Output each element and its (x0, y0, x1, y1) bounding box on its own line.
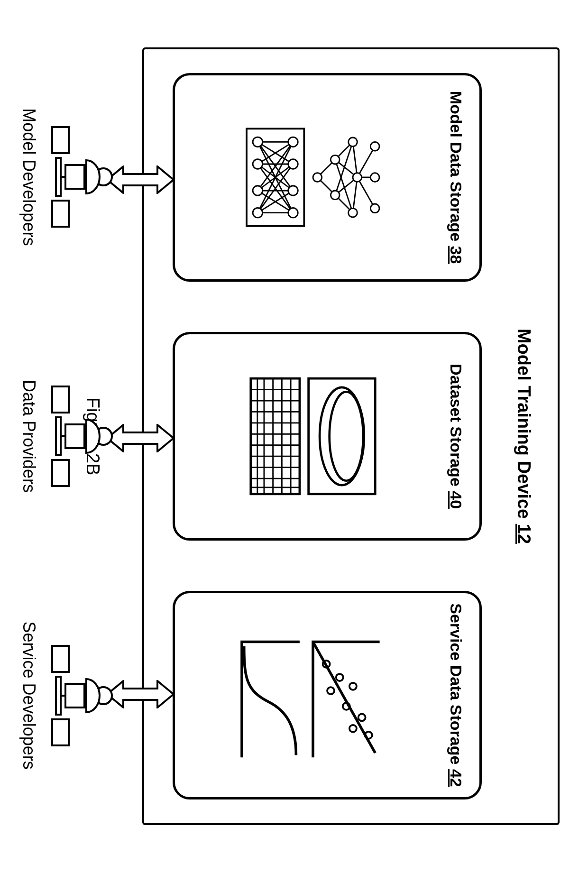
svg-rect-94 (52, 646, 69, 672)
svg-rect-83 (52, 201, 69, 227)
data-providers-actor: Data Providers (19, 341, 114, 531)
svg-point-14 (371, 173, 380, 182)
svg-point-41 (288, 186, 298, 196)
svg-line-3 (353, 142, 358, 177)
svg-point-19 (331, 155, 340, 164)
svg-point-72 (358, 714, 366, 721)
svg-line-2 (358, 177, 375, 208)
service-card-title: Service Data Storage 42 (447, 603, 465, 787)
svg-point-39 (288, 137, 298, 147)
svg-point-13 (371, 142, 380, 151)
svg-point-17 (353, 173, 362, 182)
svg-rect-85 (65, 424, 84, 448)
svg-marker-75 (107, 166, 174, 193)
model-developers-label: Model Developers (19, 108, 39, 246)
device-title-text: Model Training Device (514, 329, 534, 519)
svg-line-0 (358, 147, 375, 177)
model-training-device-frame: Model Training Device 12 Model Data Stor… (142, 47, 560, 825)
svg-rect-91 (65, 684, 84, 707)
svg-point-45 (253, 186, 263, 196)
svg-point-69 (328, 687, 335, 694)
service-developers-actor: Service Developers (19, 601, 114, 790)
dataset-card-title: Dataset Storage 40 (447, 364, 465, 509)
svg-line-4 (353, 177, 358, 213)
person-computer-icon (47, 379, 114, 493)
device-title: Model Training Device 12 (514, 329, 534, 544)
service-data-storage-card: Service Data Storage 42 (173, 591, 482, 799)
svg-point-46 (253, 208, 263, 218)
neural-network-icon (189, 85, 437, 270)
svg-point-18 (349, 208, 358, 217)
database-table-icon (189, 344, 437, 529)
svg-point-42 (288, 208, 298, 218)
svg-rect-95 (52, 719, 69, 745)
model-card-title: Model Data Storage 38 (447, 91, 465, 264)
bidir-arrow-icon (107, 680, 174, 708)
svg-marker-77 (107, 681, 174, 707)
svg-point-40 (288, 159, 298, 169)
person-computer-icon (47, 120, 114, 234)
svg-point-21 (313, 173, 322, 182)
svg-point-70 (349, 683, 357, 690)
model-data-storage-card: Model Data Storage 38 (173, 73, 482, 282)
svg-point-43 (253, 137, 263, 147)
data-providers-label: Data Providers (19, 380, 39, 493)
svg-point-49 (330, 392, 363, 481)
dataset-storage-card: Dataset Storage 40 (173, 332, 482, 541)
svg-rect-79 (65, 165, 84, 189)
svg-point-44 (253, 159, 263, 169)
svg-rect-93 (56, 677, 61, 715)
service-developers-label: Service Developers (19, 622, 39, 770)
bidir-arrow-icon (107, 424, 174, 452)
device-title-num: 12 (514, 524, 534, 544)
svg-point-16 (349, 138, 358, 147)
svg-rect-88 (52, 386, 69, 413)
svg-rect-82 (52, 127, 69, 153)
charts-icon (189, 603, 437, 788)
person-computer-icon (47, 639, 114, 753)
svg-point-20 (331, 191, 340, 200)
svg-rect-81 (56, 158, 61, 196)
svg-rect-87 (56, 417, 61, 455)
model-developers-actor: Model Developers (19, 82, 114, 272)
svg-point-15 (371, 204, 380, 213)
svg-marker-76 (107, 425, 174, 451)
svg-rect-89 (52, 460, 69, 486)
svg-point-73 (349, 725, 357, 732)
bidir-arrow-icon (107, 165, 174, 194)
svg-point-68 (336, 674, 343, 681)
